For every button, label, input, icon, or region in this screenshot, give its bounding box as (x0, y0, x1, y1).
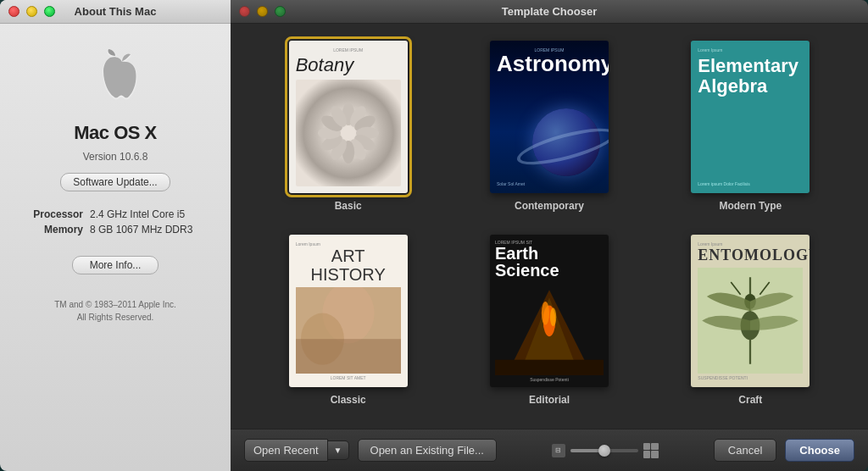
about-titlebar: About This Mac (0, 0, 231, 24)
minimize-button[interactable] (26, 6, 37, 17)
svg-rect-17 (296, 339, 401, 374)
template-label-editorial: Editorial (529, 394, 570, 406)
entomology-insect (698, 268, 803, 374)
zoom-grid-cell-1 (643, 443, 651, 451)
zoom-control: ⊟ (552, 443, 659, 458)
chooser-minimize-button[interactable] (257, 6, 268, 17)
arthistory-title: ART HISTORY (296, 247, 401, 284)
svg-point-13 (341, 125, 356, 141)
entomology-footer: SUSPENDISSE POTENTI (698, 375, 803, 380)
zoom-slider-thumb[interactable] (598, 445, 610, 457)
footer-line1: TM and © 1983–2011 Apple Inc. (54, 298, 176, 311)
chooser-titlebar: Template Chooser (231, 0, 868, 24)
algebra-footer: Lorem ipsum Dolor Facilisis (698, 181, 803, 186)
template-label-modern-type: Modern Type (719, 200, 782, 212)
zoom-large-icon[interactable] (643, 443, 659, 458)
software-update-button[interactable]: Software Update... (60, 173, 170, 191)
zoom-grid-cell-3 (643, 451, 651, 458)
chooser-close-button[interactable] (239, 6, 250, 17)
close-button[interactable] (8, 6, 19, 17)
astro-title: Astronomy (497, 53, 602, 75)
zoom-small-icon[interactable]: ⊟ (552, 444, 565, 457)
svg-point-23 (550, 308, 556, 326)
zoom-grid-cell-2 (651, 443, 659, 451)
cancel-button[interactable]: Cancel (714, 439, 776, 462)
entomology-title: ENTOMOLOGY (698, 247, 803, 264)
template-item-classic[interactable]: Lorem Ipsum ART HISTORY LOREM SIT AMET C… (256, 235, 440, 412)
template-item-basic[interactable]: LOREM IPSUM Botany (256, 41, 440, 218)
earthscience-title: Earth Science (495, 245, 604, 279)
choose-button[interactable]: Choose (785, 439, 854, 462)
algebra-title: Elementary Algebra (698, 56, 803, 181)
template-cover-modern-type[interactable]: Lorem Ipsum Elementary Algebra Lorem ips… (691, 41, 810, 193)
mac-os-title: Mac OS X (74, 122, 156, 144)
memory-row: Memory 8 GB 1067 MHz DDR3 (14, 224, 217, 236)
arthistory-footer: LOREM SIT AMET (331, 375, 366, 380)
template-item-craft[interactable]: Lorem Ipsum ENTOMOLOGY (659, 235, 843, 412)
template-cover-craft[interactable]: Lorem Ipsum ENTOMOLOGY (691, 235, 810, 387)
processor-label: Processor (14, 208, 90, 220)
about-window: About This Mac Mac OS X Version 10.6.8 S… (0, 0, 231, 471)
open-recent-button[interactable]: Open Recent (244, 439, 328, 462)
arthistory-painting (296, 287, 401, 374)
maximize-button[interactable] (44, 6, 55, 17)
zoom-grid-cell-4 (651, 451, 659, 458)
svg-rect-24 (495, 360, 604, 375)
algebra-lorem: Lorem Ipsum (698, 47, 803, 53)
astro-subtitle: Solar Sol Amet (497, 181, 525, 186)
template-item-contemporary[interactable]: LOREM IPSUM Astronomy Solar Sol Amet Con… (457, 41, 641, 218)
botany-title: Botany (296, 54, 401, 76)
open-existing-button[interactable]: Open an Existing File... (358, 439, 497, 462)
zoom-slider[interactable] (570, 449, 638, 452)
memory-label: Memory (14, 224, 90, 236)
chooser-traffic-lights (239, 6, 286, 17)
template-label-craft: Craft (738, 394, 762, 406)
earthscience-volcano (495, 282, 604, 375)
about-info-section: Processor 2.4 GHz Intel Core i5 Memory 8… (14, 208, 217, 239)
chooser-window: Template Chooser LOREM IPSUM Botany (231, 0, 868, 471)
botany-lorem: LOREM IPSUM (296, 47, 401, 53)
chooser-toolbar: Open Recent ▼ Open an Existing File... ⊟… (231, 429, 868, 471)
svg-point-22 (542, 302, 549, 325)
earthscience-footer: Suspendisse Potenti (495, 377, 604, 382)
template-label-contemporary: Contemporary (515, 200, 584, 212)
template-item-modern-type[interactable]: Lorem Ipsum Elementary Algebra Lorem ips… (659, 41, 843, 218)
template-item-editorial[interactable]: LOREM IPSUM SIT Earth Science Suspendiss… (457, 235, 641, 412)
template-label-classic: Classic (331, 394, 366, 406)
chooser-maximize-button[interactable] (275, 6, 286, 17)
template-cover-contemporary[interactable]: LOREM IPSUM Astronomy Solar Sol Amet (490, 41, 609, 193)
processor-value: 2.4 GHz Intel Core i5 (90, 208, 185, 220)
template-label-basic: Basic (335, 200, 362, 212)
memory-value: 8 GB 1067 MHz DDR3 (90, 224, 192, 236)
template-grid: LOREM IPSUM Botany (231, 24, 868, 429)
about-content: Mac OS X Version 10.6.8 Software Update.… (0, 24, 231, 354)
apple-logo-icon (90, 49, 141, 111)
template-cover-classic[interactable]: Lorem Ipsum ART HISTORY LOREM SIT AMET (289, 235, 408, 387)
processor-row: Processor 2.4 GHz Intel Core i5 (14, 208, 217, 220)
open-recent-dropdown-button[interactable]: ▼ (328, 441, 349, 460)
template-cover-basic[interactable]: LOREM IPSUM Botany (289, 41, 408, 193)
open-recent-group: Open Recent ▼ (244, 439, 349, 462)
about-footer: TM and © 1983–2011 Apple Inc. All Rights… (41, 285, 190, 337)
mac-os-version: Version 10.6.8 (83, 151, 148, 163)
more-info-button[interactable]: More Info... (72, 256, 159, 274)
chooser-window-title: Template Chooser (502, 5, 597, 18)
botany-image (296, 80, 401, 186)
template-cover-editorial[interactable]: LOREM IPSUM SIT Earth Science Suspendiss… (490, 235, 609, 387)
footer-line2: All Rights Reserved. (54, 311, 176, 324)
